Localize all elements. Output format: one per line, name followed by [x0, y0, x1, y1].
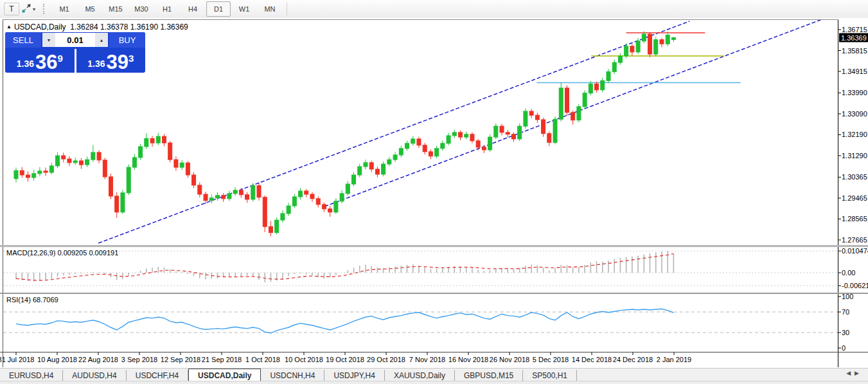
date-tick-label: 1 Oct 2018 — [245, 356, 280, 363]
status-strip — [0, 381, 868, 384]
axis-tick-label: 1.33090 — [842, 110, 867, 118]
chart-symbol-label: USDCAD,Daily — [14, 23, 66, 32]
axis-tick-label: 1.35815 — [842, 47, 867, 55]
date-tick-label: 3 Sep 2018 — [121, 356, 157, 363]
timeframe-button-m1[interactable]: M1 — [52, 1, 76, 17]
tab-usdcad-daily[interactable]: USDCAD,Daily — [188, 369, 261, 381]
tab-usdjpy-h4[interactable]: USDJPY,H4 — [324, 370, 384, 381]
date-tick-label: 10 Oct 2018 — [285, 356, 323, 363]
chart-ohlc-values: 1.36284 1.36378 1.36190 1.36369 — [70, 23, 188, 32]
timeframe-button-m15[interactable]: M15 — [103, 1, 128, 17]
axis-tick-label: 1.29465 — [842, 194, 867, 202]
axis-tick-label: 70 — [842, 308, 849, 316]
axis-tick-label: 1.32190 — [842, 131, 867, 138]
toolbar-separator — [287, 3, 287, 15]
chart-title: ▲USDCAD,Daily 1.36284 1.36378 1.36190 1.… — [6, 23, 188, 32]
tab-scroll-buttons: ◀▶ — [846, 370, 863, 376]
date-tick-label: 31 Jul 2018 — [0, 356, 34, 363]
date-tick-label: 10 Aug 2018 — [37, 356, 77, 363]
date-tick-label: 7 Nov 2018 — [409, 356, 445, 363]
timeframe-button-d1[interactable]: D1 — [206, 1, 231, 17]
timeframe-button-m5[interactable]: M5 — [78, 1, 102, 17]
one-click-trading-panel: SELL ▼ ▲ BUY 1.36 36 9 1.36 39 3 — [5, 32, 145, 73]
buy-price-button[interactable]: 1.36 39 3 — [76, 49, 146, 73]
text-tool-icon[interactable]: T — [4, 3, 19, 15]
date-tick-label: 24 Dec 2018 — [613, 356, 653, 363]
sell-price-pip: 9 — [57, 53, 62, 64]
date-tick-label: 19 Oct 2018 — [326, 356, 364, 363]
buy-price-prefix: 1.36 — [87, 59, 105, 69]
date-tick-label: 12 Sep 2018 — [161, 356, 200, 363]
chevron-down-icon: ▾ — [33, 6, 35, 12]
date-tick-label: 14 Dec 2018 — [572, 356, 612, 363]
buy-price-pip: 3 — [128, 53, 134, 64]
date-tick-label: 5 Dec 2018 — [533, 356, 569, 363]
buy-price-big: 39 — [106, 54, 128, 71]
axis-tick-label: 1.30365 — [842, 173, 867, 181]
expand-indicator-icon: ▲ — [6, 24, 12, 30]
date-tick-label: 26 Nov 2018 — [490, 356, 529, 363]
axis-tick-label: 0.00 — [842, 269, 855, 277]
tab-usdchf-h4[interactable]: USDCHF,H4 — [127, 370, 188, 381]
lot-size-input[interactable] — [55, 33, 95, 47]
timeframe-button-w1[interactable]: W1 — [232, 1, 256, 17]
arrows-tool-icon — [21, 4, 31, 14]
tab-scroll-right-icon[interactable]: ▶ — [855, 370, 863, 376]
axis-tick-label: 30 — [842, 329, 849, 336]
macd-label: MACD(12,26,9) 0.009205 0.009191 — [6, 249, 118, 257]
lot-increase-button[interactable]: ▲ — [95, 33, 108, 47]
axis-tick-label: 1.27665 — [842, 236, 867, 244]
lot-decrease-button[interactable]: ▼ — [42, 33, 55, 47]
tab-audusd-h4[interactable]: AUDUSD,H4 — [63, 370, 126, 381]
axis-tick-label: 0.010474 — [842, 247, 868, 255]
date-tick-label: 16 Nov 2018 — [448, 356, 488, 363]
date-tick-label: 21 Sep 2018 — [202, 356, 242, 363]
timeframe-button-m30[interactable]: M30 — [129, 1, 154, 17]
axis-tick-label: 0 — [842, 344, 846, 352]
sell-price-button[interactable]: 1.36 36 9 — [5, 49, 75, 73]
toolbar: T ▾ M1M5M15M30H1H4D1W1MN — [0, 0, 868, 19]
tab-scroll-left-icon[interactable]: ◀ — [846, 370, 855, 376]
axis-tick-label: -0.006218 — [842, 282, 868, 289]
tab-xauusd-daily[interactable]: XAUUSD,Daily — [385, 370, 455, 381]
timeframe-button-mn[interactable]: MN — [258, 1, 282, 17]
lot-size-control: ▼ ▲ — [42, 33, 108, 47]
toolbar-grip — [43, 4, 46, 14]
rsi-label: RSI(14) 68.7069 — [6, 296, 58, 304]
sell-price-prefix: 1.36 — [17, 59, 34, 69]
date-tick-label: 2 Jan 2019 — [657, 356, 691, 363]
sell-button[interactable]: SELL — [5, 32, 41, 48]
date-tick-label: 29 Oct 2018 — [367, 356, 405, 363]
axis-tick-label: 1.36715 — [842, 26, 867, 33]
chart-tab-bar: EURUSD,H4AUDUSD,H4USDCHF,H4USDCAD,DailyU… — [0, 368, 868, 381]
tab-eurusd-h4[interactable]: EURUSD,H4 — [0, 370, 63, 381]
axis-tick-label: 1.28565 — [842, 215, 867, 223]
axis-tick-label: 1.36369 — [841, 34, 867, 42]
arrows-tool-button[interactable]: ▾ — [21, 1, 36, 17]
sell-price-big: 36 — [35, 54, 57, 71]
timeframe-bar: M1M5M15M30H1H4D1W1MN — [51, 1, 283, 17]
axis-tick-label: 1.33990 — [842, 89, 867, 96]
axis-tick-label: 100 — [842, 293, 853, 300]
axis-tick-label: 1.34915 — [842, 68, 867, 75]
tab-gbpusd-m15[interactable]: GBPUSD,M15 — [455, 370, 523, 381]
axis-tick-label: 1.31290 — [842, 152, 867, 160]
date-tick-label: 22 Aug 2018 — [78, 356, 118, 363]
mt4-window: T ▾ M1M5M15M30H1H4D1W1MN 1.367151.358151… — [0, 0, 868, 384]
tab-sp500-h1[interactable]: SP500,H1 — [523, 370, 577, 381]
tab-usdcnh-h4[interactable]: USDCNH,H4 — [261, 370, 324, 381]
timeframe-button-h1[interactable]: H1 — [155, 1, 179, 17]
timeframe-button-h4[interactable]: H4 — [181, 1, 205, 17]
buy-button[interactable]: BUY — [109, 32, 145, 48]
